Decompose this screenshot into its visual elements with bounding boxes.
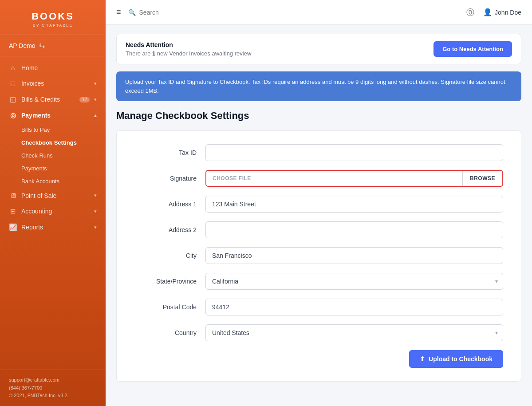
bills-badge: 12 <box>79 97 90 102</box>
help-button[interactable]: ⓪ <box>466 7 474 18</box>
support-phone: (844) 367-7700 <box>9 384 97 392</box>
sidebar-item-bills-credits[interactable]: ◱ Bills & Credits 12 ▾ <box>0 91 106 107</box>
topbar-right: ⓪ 👤 John Doe <box>466 7 521 18</box>
signature-file-wrapper: CHOOSE FILE BROWSE <box>205 170 503 187</box>
company-selector[interactable]: AP Demo ⇆ <box>0 35 106 56</box>
bills-to-pay-label: Bills to Pay <box>21 126 50 133</box>
upload-button-label: Upload to Checkbook <box>429 355 493 363</box>
needs-attention-description: There are 1 new Vendor Invoices awaiting… <box>126 50 251 57</box>
address2-input[interactable] <box>205 221 503 238</box>
search-area: 🔍 <box>128 9 460 16</box>
sidebar-footer: support@craftable.com (844) 367-7700 © 2… <box>0 370 106 406</box>
topbar: ≡ 🔍 ⓪ 👤 John Doe <box>106 0 532 25</box>
main-content: ≡ 🔍 ⓪ 👤 John Doe Needs Attention There a… <box>106 0 532 406</box>
signature-row: Signature CHOOSE FILE BROWSE <box>134 170 503 187</box>
sidebar-item-reports[interactable]: 📈 Reports ▾ <box>0 219 106 235</box>
form-section: Manage Checkbook Settings Tax ID Signatu… <box>116 110 521 382</box>
needs-attention-pre: There are <box>126 50 152 57</box>
form-card: Tax ID Signature CHOOSE FILE BROWSE Addr… <box>116 130 521 382</box>
invoices-icon: ◻ <box>9 79 17 87</box>
sidebar-item-checkbook-settings[interactable]: Checkbook Settings <box>0 136 106 149</box>
sidebar-item-bills-credits-label: Bills & Credits <box>21 96 75 103</box>
bills-icon: ◱ <box>9 95 17 103</box>
sidebar-item-invoices-label: Invoices <box>21 80 90 87</box>
postal-input[interactable] <box>205 299 503 315</box>
state-row: State/Province AlabamaAlaskaArizonaArkan… <box>134 273 503 290</box>
city-input[interactable] <box>205 247 503 264</box>
logo-subtitle: BY CRAFTABLE <box>9 23 97 28</box>
sidebar-item-payments-sub[interactable]: Payments <box>0 162 106 175</box>
info-banner-text: Upload your Tax ID and Signature to Chec… <box>125 79 505 94</box>
upload-icon: ⬆ <box>420 355 425 363</box>
support-email: support@craftable.com <box>9 376 97 384</box>
logo-title: BOOKS <box>9 11 97 22</box>
sidebar-item-home-label: Home <box>21 64 97 71</box>
upload-to-checkbook-button[interactable]: ⬆ Upload to Checkbook <box>409 350 503 368</box>
chevron-down-icon: ▾ <box>94 193 97 198</box>
address2-row: Address 2 <box>134 221 503 238</box>
postal-label: Postal Code <box>134 304 205 311</box>
sidebar-item-accounting-label: Accounting <box>21 208 90 215</box>
search-icon: 🔍 <box>128 9 136 16</box>
address1-label: Address 1 <box>134 201 205 208</box>
chevron-up-icon: ▴ <box>94 113 97 118</box>
address1-row: Address 1 <box>134 196 503 213</box>
state-select-wrapper: AlabamaAlaskaArizonaArkansasCaliforniaCo… <box>205 273 503 290</box>
sidebar-item-check-runs[interactable]: Check Runs <box>0 149 106 162</box>
user-icon: 👤 <box>483 8 492 16</box>
sidebar: BOOKS BY CRAFTABLE AP Demo ⇆ ⌂ Home ◻ In… <box>0 0 106 406</box>
user-name: John Doe <box>495 9 521 16</box>
search-input[interactable] <box>139 9 228 16</box>
postal-row: Postal Code <box>134 299 503 315</box>
city-label: City <box>134 252 205 259</box>
form-footer: ⬆ Upload to Checkbook <box>134 350 503 368</box>
sidebar-logo: BOOKS BY CRAFTABLE <box>0 0 106 35</box>
swap-icon: ⇆ <box>39 41 45 50</box>
sidebar-nav: ⌂ Home ◻ Invoices ▾ ◱ Bills & Credits 12… <box>0 56 106 370</box>
state-label: State/Province <box>134 278 205 285</box>
tax-id-row: Tax ID <box>134 144 503 161</box>
sidebar-item-bills-to-pay[interactable]: Bills to Pay <box>0 123 106 136</box>
chevron-down-icon: ▾ <box>94 81 97 87</box>
sidebar-item-invoices[interactable]: ◻ Invoices ▾ <box>0 75 106 91</box>
sidebar-item-pos-label: Point of Sale <box>21 192 90 199</box>
signature-browse-button[interactable]: BROWSE <box>462 171 502 186</box>
payments-icon: ◎ <box>9 111 17 119</box>
needs-attention-post: new Vendor Invoices awaiting review <box>155 50 251 57</box>
sidebar-item-payments[interactable]: ◎ Payments ▴ <box>0 107 106 123</box>
country-select[interactable]: United StatesCanadaMexicoUnited KingdomA… <box>205 324 503 341</box>
sidebar-item-bank-accounts[interactable]: Bank Accounts <box>0 175 106 188</box>
copyright: © 2021, FNBTech Inc. v8.2 <box>9 392 97 400</box>
pos-icon: 🖥 <box>9 192 17 199</box>
address2-label: Address 2 <box>134 226 205 233</box>
chevron-down-icon: ▾ <box>94 97 97 102</box>
signature-label: Signature <box>134 175 205 182</box>
home-icon: ⌂ <box>9 64 17 71</box>
accounting-icon: ⊞ <box>9 207 17 215</box>
country-label: Country <box>134 329 205 336</box>
menu-button[interactable]: ≡ <box>116 8 121 17</box>
chevron-down-icon: ▾ <box>94 209 97 214</box>
check-runs-label: Check Runs <box>21 152 53 159</box>
page-title: Manage Checkbook Settings <box>116 110 521 122</box>
state-select[interactable]: AlabamaAlaskaArizonaArkansasCaliforniaCo… <box>205 273 503 290</box>
sidebar-item-payments-label: Payments <box>21 112 90 119</box>
needs-attention-info: Needs Attention There are 1 new Vendor I… <box>126 41 251 57</box>
needs-attention-title: Needs Attention <box>126 41 251 48</box>
tax-id-input[interactable] <box>205 144 503 161</box>
city-row: City <box>134 247 503 264</box>
sidebar-item-accounting[interactable]: ⊞ Accounting ▾ <box>0 203 106 219</box>
payments-sub-label: Payments <box>21 165 47 172</box>
country-select-wrapper: United StatesCanadaMexicoUnited KingdomA… <box>205 324 503 341</box>
user-menu[interactable]: 👤 John Doe <box>483 8 521 16</box>
page-content: Needs Attention There are 1 new Vendor I… <box>106 25 532 406</box>
signature-choose-label: CHOOSE FILE <box>206 171 462 186</box>
tax-id-label: Tax ID <box>134 149 205 156</box>
sidebar-item-reports-label: Reports <box>21 224 90 231</box>
address1-input[interactable] <box>205 196 503 213</box>
sidebar-item-home[interactable]: ⌂ Home <box>0 60 106 75</box>
go-to-needs-attention-button[interactable]: Go to Needs Attention <box>433 41 512 57</box>
sidebar-item-point-of-sale[interactable]: 🖥 Point of Sale ▾ <box>0 188 106 203</box>
country-row: Country United StatesCanadaMexicoUnited … <box>134 324 503 341</box>
reports-icon: 📈 <box>9 223 17 231</box>
